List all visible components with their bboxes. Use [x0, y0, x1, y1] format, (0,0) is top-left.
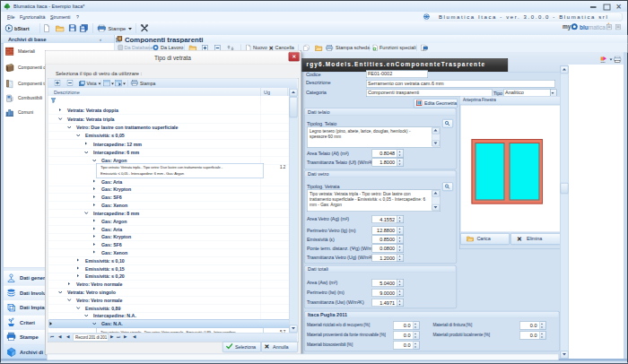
svg-text:start: start: [601, 61, 606, 64]
